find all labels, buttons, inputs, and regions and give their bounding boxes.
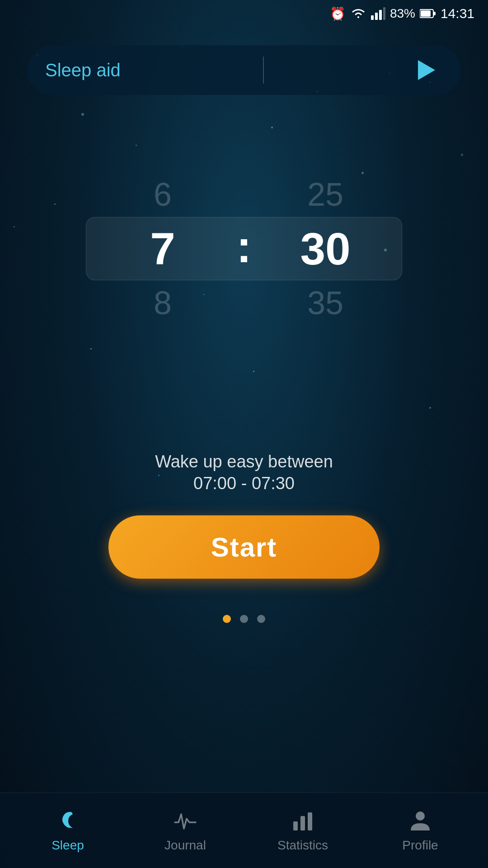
play-icon — [418, 60, 435, 80]
statistics-icon — [289, 809, 316, 834]
time-row-next[interactable]: 8 35 — [86, 280, 402, 326]
nav-label-statistics: Statistics — [277, 838, 328, 853]
sleep-icon — [54, 809, 81, 834]
dot-3[interactable] — [257, 615, 265, 623]
svg-rect-8 — [300, 816, 305, 830]
next-minute: 35 — [262, 284, 389, 321]
time-picker: 6 25 7 : 30 8 35 — [86, 172, 402, 326]
pagination — [223, 615, 265, 623]
bottom-nav: Sleep Journal Statistics — [0, 793, 488, 868]
current-hour: 7 — [99, 223, 226, 275]
status-time: 14:31 — [441, 6, 474, 21]
start-button[interactable]: Start — [108, 515, 380, 579]
current-minute: 30 — [262, 223, 389, 275]
status-icons: ⏰ 83% 14:31 — [330, 6, 474, 21]
status-bar: ⏰ 83% 14:31 — [0, 0, 488, 27]
svg-rect-5 — [433, 12, 436, 15]
nav-label-sleep: Sleep — [52, 838, 84, 853]
svg-rect-0 — [371, 15, 374, 20]
svg-point-10 — [416, 811, 425, 821]
sleep-aid-label: Sleep aid — [45, 60, 121, 80]
svg-rect-6 — [421, 10, 431, 17]
wifi-icon — [350, 7, 366, 20]
alarm-icon: ⏰ — [330, 6, 346, 21]
svg-rect-1 — [375, 13, 378, 20]
svg-rect-2 — [379, 10, 382, 20]
start-label: Start — [211, 532, 277, 563]
svg-rect-9 — [308, 812, 312, 830]
next-hour: 8 — [99, 284, 226, 321]
time-colon: : — [226, 221, 262, 273]
journal-icon — [172, 809, 199, 834]
svg-rect-3 — [383, 7, 385, 20]
sleep-aid-divider — [263, 57, 264, 84]
nav-label-journal: Journal — [164, 838, 206, 853]
play-button[interactable] — [407, 52, 443, 88]
signal-icon — [371, 7, 385, 20]
time-row-selected[interactable]: 7 : 30 — [86, 217, 402, 280]
prev-hour: 6 — [99, 176, 226, 213]
battery-icon — [420, 9, 436, 19]
nav-item-journal[interactable]: Journal — [127, 809, 244, 853]
stars-background — [0, 0, 488, 868]
wakeup-text: Wake up easy between 07:00 - 07:30 — [86, 452, 402, 493]
dot-1[interactable] — [223, 615, 231, 623]
wakeup-line1: Wake up easy between — [86, 452, 402, 472]
wakeup-line2: 07:00 - 07:30 — [86, 474, 402, 493]
time-row-previous[interactable]: 6 25 — [86, 172, 402, 217]
sleep-aid-bar: Sleep aid — [27, 45, 461, 95]
nav-label-profile: Profile — [402, 838, 438, 853]
nav-item-profile[interactable]: Profile — [361, 809, 479, 853]
battery-percent: 83% — [390, 6, 415, 21]
nav-item-statistics[interactable]: Statistics — [244, 809, 361, 853]
prev-minute: 25 — [262, 176, 389, 213]
dot-2[interactable] — [240, 615, 248, 623]
profile-icon — [407, 809, 434, 834]
nav-item-sleep[interactable]: Sleep — [9, 809, 127, 853]
svg-rect-7 — [293, 821, 298, 830]
